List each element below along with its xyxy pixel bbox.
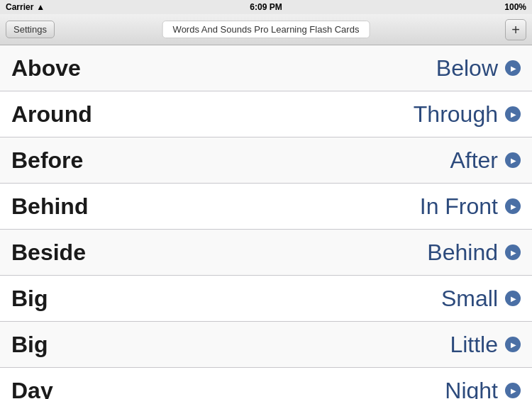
table-row[interactable]: BehindIn Front bbox=[0, 184, 532, 230]
status-right-group: 100% bbox=[504, 2, 526, 12]
table-row[interactable]: BeforeAfter bbox=[0, 137, 532, 184]
right-word: After bbox=[450, 147, 498, 174]
main-content: AboveBelowAroundThroughBeforeAfterBehind… bbox=[0, 45, 532, 399]
disclosure-icon[interactable] bbox=[505, 198, 521, 214]
left-word: Big bbox=[11, 332, 450, 358]
disclosure-icon[interactable] bbox=[505, 152, 521, 168]
disclosure-icon[interactable] bbox=[505, 245, 521, 260]
table-row[interactable]: AroundThrough bbox=[0, 91, 532, 137]
right-word: In Front bbox=[420, 193, 498, 220]
settings-button[interactable]: Settings bbox=[6, 21, 55, 38]
right-word: Behind bbox=[427, 240, 498, 266]
left-word: Beside bbox=[11, 240, 427, 266]
status-bar: Carrier ▲ 6:09 PM 100% bbox=[0, 0, 532, 14]
table-row[interactable]: BesideBehind bbox=[0, 230, 532, 276]
disclosure-icon[interactable] bbox=[505, 106, 521, 122]
flash-cards-table: AboveBelowAroundThroughBeforeAfterBehind… bbox=[0, 45, 532, 399]
battery-label: 100% bbox=[504, 2, 526, 12]
right-word: Night bbox=[445, 378, 498, 400]
table-row[interactable]: BigLittle bbox=[0, 322, 532, 368]
table-row[interactable]: BigSmall bbox=[0, 276, 532, 322]
disclosure-icon[interactable] bbox=[505, 383, 521, 398]
right-word: Little bbox=[450, 332, 498, 358]
nav-bar: Settings Words And Sounds Pro Learning F… bbox=[0, 14, 532, 45]
right-word: Below bbox=[436, 55, 498, 82]
nav-title: Words And Sounds Pro Learning Flash Card… bbox=[162, 21, 370, 38]
left-word: Day bbox=[11, 378, 445, 400]
left-word: Above bbox=[11, 55, 436, 82]
table-row[interactable]: DayNight bbox=[0, 368, 532, 399]
disclosure-icon[interactable] bbox=[505, 60, 521, 76]
add-button[interactable]: + bbox=[505, 19, 526, 40]
left-word: Big bbox=[11, 286, 441, 312]
carrier-label: Carrier bbox=[6, 2, 33, 12]
table-row[interactable]: AboveBelow bbox=[0, 45, 532, 91]
right-word: Through bbox=[414, 101, 498, 128]
left-word: Around bbox=[11, 101, 414, 128]
status-carrier: Carrier ▲ bbox=[6, 2, 45, 12]
right-word: Small bbox=[441, 286, 498, 312]
disclosure-icon[interactable] bbox=[505, 337, 521, 352]
disclosure-icon[interactable] bbox=[505, 291, 521, 306]
left-word: Behind bbox=[11, 193, 420, 220]
left-word: Before bbox=[11, 147, 450, 174]
status-time: 6:09 PM bbox=[250, 2, 282, 12]
wifi-icon: ▲ bbox=[36, 2, 45, 12]
